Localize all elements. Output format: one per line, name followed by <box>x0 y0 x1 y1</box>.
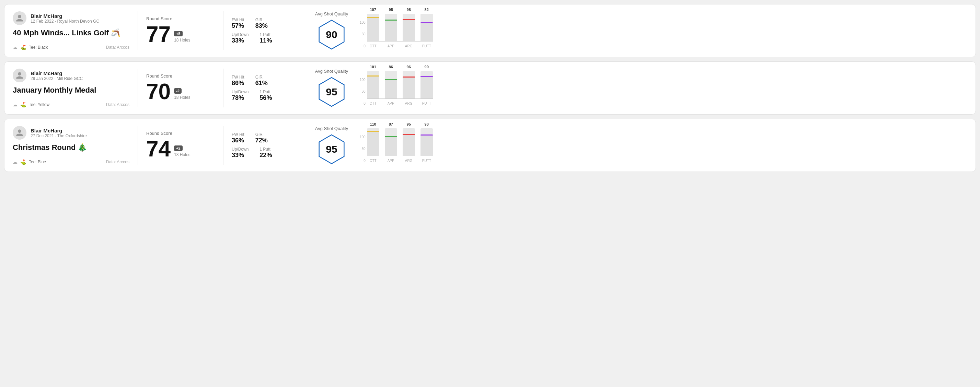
bar-wrapper-ott <box>367 14 379 41</box>
player-header-1: Blair McHarg 12 Feb 2022 · Royal North D… <box>13 11 129 25</box>
bar-group-app: 95 <box>385 8 397 41</box>
quality-section-2: Avg Shot Quality 95 <box>314 68 349 107</box>
score-badge-holes-1: +5 18 Holes <box>174 31 190 43</box>
bar-indicator-app <box>385 79 397 80</box>
x-label-ott: OTT <box>367 102 379 105</box>
divider-1-2 <box>138 68 138 107</box>
score-badge-1: +5 <box>174 31 183 36</box>
player-info-1: Blair McHarg 12 Feb 2022 · Royal North D… <box>30 13 99 24</box>
x-label-arg: ARG <box>402 159 415 163</box>
player-header-3: Blair McHarg 27 Dec 2021 · The Oxfordshi… <box>13 126 129 140</box>
gir-stat-3: GIR 72% <box>255 132 268 144</box>
chart-section-1: Avg Shot Quality 90 100 50 0 107 95 <box>310 11 967 50</box>
stats-section-1: FW Hit 57% GIR 83% Up/Down 33% 1 Putt 11… <box>232 11 293 50</box>
gir-value-3: 72% <box>255 137 268 144</box>
fw-hit-stat-1: FW Hit 57% <box>232 17 244 30</box>
bar-indicator-ott <box>367 76 379 76</box>
bar-wrapper-ott <box>367 128 379 156</box>
bar-value-arg: 95 <box>407 122 411 126</box>
bar-wrapper-putt <box>420 71 433 98</box>
holes-text-2: 18 Holes <box>174 95 190 100</box>
y-axis: 100 50 0 <box>360 135 366 163</box>
bar-wrapper-arg <box>402 14 415 41</box>
y-label-100: 100 <box>360 21 366 24</box>
y-label-50: 50 <box>360 32 366 36</box>
bar-wrapper-putt <box>420 128 433 156</box>
updown-stat-2: Up/Down 78% <box>232 90 248 102</box>
bar-group-ott: 101 <box>367 65 379 98</box>
bar-wrapper-putt <box>420 14 433 41</box>
bar-group-putt: 99 <box>420 65 433 98</box>
x-labels: OTTAPPARGPUTT <box>367 44 433 48</box>
chart-section-3: Avg Shot Quality 95 100 50 0 110 87 <box>310 126 967 165</box>
gir-label-2: GIR <box>255 75 268 79</box>
oneputt-value-3: 22% <box>259 152 272 159</box>
bar-value-app: 87 <box>389 122 393 126</box>
bar-indicator-arg <box>402 19 415 20</box>
oneputt-value-2: 56% <box>259 94 272 102</box>
y-label-0: 0 <box>360 44 366 48</box>
round-title-3: Christmas Round 🎄 <box>13 143 129 152</box>
bar-indicator-putt <box>420 22 433 23</box>
gir-label-3: GIR <box>255 132 268 137</box>
x-label-ott: OTT <box>367 159 379 163</box>
app-container: Blair McHarg 12 Feb 2022 · Royal North D… <box>4 4 976 172</box>
data-source-3: Data: Arccos <box>106 160 129 164</box>
data-source-1: Data: Arccos <box>106 45 129 50</box>
updown-label-3: Up/Down <box>232 147 248 152</box>
bar-value-app: 86 <box>389 65 393 69</box>
divider-2-2 <box>223 68 223 107</box>
round-title-2: January Monthly Medal <box>13 86 129 95</box>
fw-hit-value-2: 86% <box>232 79 244 87</box>
score-label-1: Round Score <box>146 16 215 21</box>
bar-fill-app <box>385 19 397 41</box>
bar-fill-arg <box>402 134 415 156</box>
bar-group-putt: 93 <box>420 122 433 156</box>
holes-text-1: 18 Holes <box>174 38 190 43</box>
score-badge-holes-3: +2 18 Holes <box>174 146 190 157</box>
updown-label-1: Up/Down <box>232 32 248 37</box>
bar-indicator-arg <box>402 76 415 78</box>
bar-chart-area-3: 100 50 0 110 87 95 93 <box>360 128 967 163</box>
bar-fill-arg <box>402 19 415 41</box>
bar-group-putt: 82 <box>420 8 433 41</box>
score-row-2: 70 -2 18 Holes <box>146 81 215 103</box>
player-name-2: Blair McHarg <box>30 70 83 76</box>
x-label-app: APP <box>385 159 397 163</box>
score-section-3: Round Score 74 +2 18 Holes <box>146 126 215 165</box>
updown-value-3: 33% <box>232 152 248 159</box>
person-icon <box>16 71 24 79</box>
bar-chart: 100 50 0 110 87 95 93 <box>360 128 967 163</box>
avatar-2 <box>13 68 26 82</box>
divider-2-1 <box>223 11 223 50</box>
fw-hit-label-3: FW Hit <box>232 132 244 137</box>
tee-label-1: Tee: Black <box>29 45 48 50</box>
bar-value-arg: 96 <box>407 65 411 69</box>
score-badge-2: -2 <box>174 88 181 94</box>
updown-value-2: 78% <box>232 94 248 102</box>
divider-2-3 <box>223 126 223 165</box>
bar-fill-putt <box>420 22 433 41</box>
player-footer-3: ☁ ⛳ Tee: Blue Data: Arccos <box>13 159 129 165</box>
fw-hit-value-1: 57% <box>232 22 244 30</box>
y-label-100: 100 <box>360 135 366 139</box>
bar-group-app: 86 <box>385 65 397 98</box>
fw-hit-label-1: FW Hit <box>232 17 244 22</box>
updown-stat-3: Up/Down 33% <box>232 147 248 159</box>
stats-section-3: FW Hit 36% GIR 72% Up/Down 33% 1 Putt 22… <box>232 126 293 165</box>
x-label-arg: ARG <box>402 44 415 48</box>
bar-group-arg: 98 <box>402 8 415 41</box>
x-axis-line <box>367 98 433 99</box>
bars-and-labels: 110 87 95 93 OTTAPPARGPUTT <box>367 128 433 163</box>
date-course-1: 12 Feb 2022 · Royal North Devon GC <box>30 19 99 24</box>
round-card-1: Blair McHarg 12 Feb 2022 · Royal North D… <box>4 4 976 57</box>
bar-indicator-putt <box>420 76 433 77</box>
hexagon-container-3: 95 <box>314 134 349 165</box>
bar-fill-ott <box>367 76 379 98</box>
person-icon <box>16 14 24 22</box>
divider-1-1 <box>138 11 138 50</box>
bar-fill-app <box>385 136 397 156</box>
x-label-app: APP <box>385 102 397 105</box>
bar-wrapper-arg <box>402 128 415 156</box>
score-number-1: 77 <box>146 23 170 45</box>
